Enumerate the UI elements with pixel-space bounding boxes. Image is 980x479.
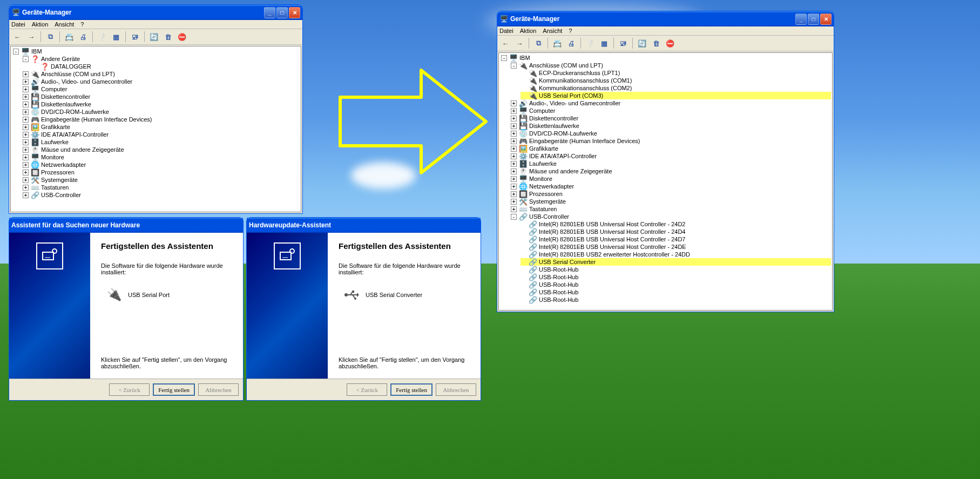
tree-device[interactable]: 🔗 Intel(R) 82801EB USB Universal Host Co…: [521, 243, 831, 251]
maximize-button[interactable]: □: [808, 14, 819, 25]
tree-category[interactable]: + 🔊 Audio-, Video- und Gamecontroller: [511, 99, 831, 107]
tree-category[interactable]: + 🖱️ Mäuse und andere Zeigegeräte: [23, 146, 300, 153]
tree-category[interactable]: - ❓ Andere Geräte: [23, 55, 300, 63]
expander-icon[interactable]: -: [511, 63, 517, 69]
finish-button[interactable]: Fertig stellen: [390, 383, 432, 396]
expander-icon[interactable]: +: [23, 147, 29, 153]
tree-category[interactable]: + 💾 Diskettenlaufwerke: [23, 100, 300, 108]
tree-root[interactable]: - 🖥️ IBM: [501, 54, 831, 62]
expander-icon[interactable]: +: [23, 117, 29, 123]
expander-icon[interactable]: +: [511, 146, 517, 152]
help-icon[interactable]: ❔: [96, 31, 108, 43]
tree-category[interactable]: + 🖥️ Computer: [23, 85, 300, 93]
tree-category[interactable]: + 🗄️ Laufwerke: [511, 160, 831, 167]
update-driver-icon[interactable]: 🔄: [636, 37, 648, 49]
tree-device[interactable]: 🔗 USB-Root-Hub: [521, 296, 831, 303]
titlebar[interactable]: Assistent für das Suchen neuer Hardware: [9, 218, 243, 233]
menu-datei[interactable]: Datei: [499, 28, 513, 34]
tree-category[interactable]: + 🖥️ Computer: [511, 107, 831, 114]
properties-icon[interactable]: 📇: [551, 37, 563, 49]
disable-icon[interactable]: ⛔: [664, 37, 676, 49]
tree-category[interactable]: + 💿 DVD/CD-ROM-Laufwerke: [511, 130, 831, 137]
tree-category[interactable]: + 💾 Diskettencontroller: [23, 93, 300, 100]
expander-icon[interactable]: +: [23, 71, 29, 77]
uninstall-icon[interactable]: 🗑: [650, 37, 662, 49]
tree-view-icon[interactable]: ⧉: [532, 37, 544, 49]
expander-icon[interactable]: +: [23, 132, 29, 138]
tree-category[interactable]: + 🔌 Anschlüsse (COM und LPT): [23, 70, 300, 78]
expander-icon[interactable]: +: [23, 124, 29, 130]
nav-back-icon[interactable]: ←: [499, 37, 511, 49]
expander-icon[interactable]: -: [23, 56, 29, 62]
tree-category[interactable]: + 🌐 Netzwerkadapter: [23, 161, 300, 168]
expander-icon[interactable]: +: [511, 184, 517, 190]
uninstall-icon[interactable]: 🗑: [162, 31, 174, 43]
expander-icon[interactable]: +: [23, 86, 29, 92]
tree-category[interactable]: + 🖥️ Monitore: [23, 153, 300, 161]
expander-icon[interactable]: +: [511, 138, 517, 144]
tree-category[interactable]: + 🖥️ Monitore: [511, 175, 831, 183]
help-icon[interactable]: ❔: [584, 37, 596, 49]
tree-category[interactable]: + ⚙️ IDE ATA/ATAPI-Controller: [23, 131, 300, 138]
expander-icon[interactable]: +: [511, 199, 517, 205]
expander-icon[interactable]: +: [23, 102, 29, 107]
tree-device[interactable]: 🔗 Intel(R) 82801EB USB Universal Host Co…: [521, 228, 831, 235]
tree-device[interactable]: 🔗 Intel(R) 82801EB USB Universal Host Co…: [521, 220, 831, 228]
menu-ansicht[interactable]: Ansicht: [543, 28, 562, 34]
tree-category[interactable]: + 🎮 Eingabegeräte (Human Interface Devic…: [511, 137, 831, 145]
close-button[interactable]: ✕: [820, 14, 832, 25]
details-icon[interactable]: ▦: [598, 37, 610, 49]
tree-category[interactable]: + 💾 Diskettenlaufwerke: [511, 122, 831, 130]
properties-icon[interactable]: 📇: [63, 31, 75, 43]
tree-device[interactable]: 🔌 ECP-Druckeranschluss (LPT1): [521, 69, 831, 77]
tree-device[interactable]: 🔗 USB-Root-Hub: [521, 273, 831, 281]
menu-help[interactable]: ?: [569, 28, 572, 34]
disable-icon[interactable]: ⛔: [176, 31, 188, 43]
expander-icon[interactable]: -: [501, 55, 507, 61]
scan-hw-icon[interactable]: 🖳: [129, 31, 141, 43]
nav-back-icon[interactable]: ←: [11, 31, 23, 43]
close-button[interactable]: ✕: [289, 7, 300, 18]
menu-help[interactable]: ?: [80, 21, 84, 28]
tree-device[interactable]: 🔌 Kommunikationsanschluss (COM1): [521, 77, 831, 84]
expander-icon[interactable]: +: [23, 139, 29, 145]
expander-icon[interactable]: +: [23, 79, 29, 85]
expander-icon[interactable]: +: [23, 192, 29, 198]
minimize-button[interactable]: _: [264, 7, 275, 18]
tree-category[interactable]: + 🛠️ Systemgeräte: [511, 198, 831, 205]
expander-icon[interactable]: +: [511, 100, 517, 106]
update-driver-icon[interactable]: 🔄: [148, 31, 160, 43]
expander-icon[interactable]: +: [511, 161, 517, 167]
tree-category[interactable]: + 🎮 Eingabegeräte (Human Interface Devic…: [23, 116, 300, 123]
tree-root[interactable]: - 🖥️ IBM: [13, 48, 300, 55]
tree-device[interactable]: 🔗 Intel(R) 82801EB USB Universal Host Co…: [521, 235, 831, 243]
device-tree[interactable]: - 🖥️ IBM - ❓ Andere Geräte ❓ DATALOGGER …: [10, 46, 301, 212]
expander-icon[interactable]: +: [511, 176, 517, 182]
expander-icon[interactable]: +: [23, 94, 29, 100]
finish-button[interactable]: Fertig stellen: [153, 383, 195, 396]
menu-datei[interactable]: Datei: [11, 21, 25, 28]
expander-icon[interactable]: +: [511, 131, 517, 137]
expander-icon[interactable]: +: [511, 153, 517, 159]
tree-category[interactable]: + 💿 DVD/CD-ROM-Laufwerke: [23, 108, 300, 116]
tree-device[interactable]: 🔗 Intel(R) 82801EB USB2 erweiterter Host…: [521, 251, 831, 258]
tree-device[interactable]: 🔗 USB Serial Converter: [521, 258, 831, 266]
tree-category[interactable]: + 🔲 Prozessoren: [511, 190, 831, 198]
expander-icon[interactable]: +: [511, 168, 517, 174]
expander-icon[interactable]: +: [23, 177, 29, 183]
tree-category[interactable]: + 🔗 USB-Controller: [23, 191, 300, 199]
expander-icon[interactable]: -: [13, 49, 19, 55]
tree-device[interactable]: 🔗 USB-Root-Hub: [521, 266, 831, 273]
expander-icon[interactable]: +: [23, 109, 29, 115]
print-icon[interactable]: 🖨: [565, 37, 577, 49]
menu-aktion[interactable]: Aktion: [520, 28, 537, 34]
tree-category[interactable]: - 🔗 USB-Controller: [511, 213, 831, 220]
menu-ansicht[interactable]: Ansicht: [55, 21, 74, 28]
maximize-button[interactable]: □: [276, 7, 288, 18]
tree-device[interactable]: 🔗 USB-Root-Hub: [521, 288, 831, 296]
tree-category[interactable]: + 🖼️ Grafikkarte: [511, 145, 831, 152]
tree-category[interactable]: + 🔲 Prozessoren: [23, 168, 300, 176]
scan-hw-icon[interactable]: 🖳: [617, 37, 629, 49]
expander-icon[interactable]: +: [23, 170, 29, 176]
device-tree[interactable]: - 🖥️ IBM - 🔌 Anschlüsse (COM und LPT) 🔌 …: [498, 52, 833, 311]
